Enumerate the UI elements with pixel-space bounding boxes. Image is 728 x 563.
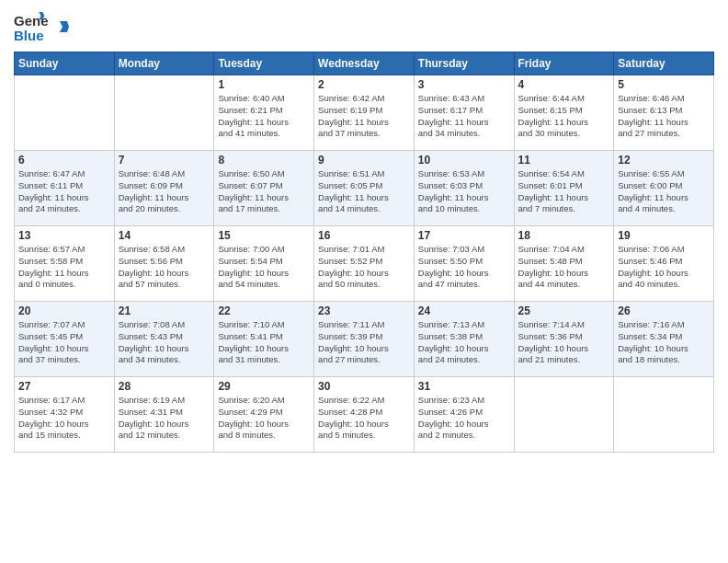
day-info: Sunrise: 6:44 AM Sunset: 6:15 PM Dayligh…	[518, 93, 610, 140]
calendar-cell: 2Sunrise: 6:42 AM Sunset: 6:19 PM Daylig…	[314, 75, 415, 151]
calendar-cell: 8Sunrise: 6:50 AM Sunset: 6:07 PM Daylig…	[214, 151, 314, 226]
day-number: 5	[618, 78, 710, 91]
calendar-header-saturday: Saturday	[614, 52, 714, 75]
calendar-cell	[15, 75, 115, 151]
day-info: Sunrise: 6:57 AM Sunset: 5:58 PM Dayligh…	[18, 244, 110, 291]
logo-icon: General Blue	[14, 9, 49, 44]
day-info: Sunrise: 7:14 AM Sunset: 5:36 PM Dayligh…	[518, 319, 610, 366]
calendar-cell: 16Sunrise: 7:01 AM Sunset: 5:52 PM Dayli…	[314, 226, 415, 302]
day-number: 28	[119, 380, 210, 393]
day-info: Sunrise: 6:43 AM Sunset: 6:17 PM Dayligh…	[418, 93, 510, 140]
day-info: Sunrise: 6:46 AM Sunset: 6:13 PM Dayligh…	[618, 93, 710, 140]
day-info: Sunrise: 7:03 AM Sunset: 5:50 PM Dayligh…	[418, 244, 510, 291]
day-info: Sunrise: 6:58 AM Sunset: 5:56 PM Dayligh…	[119, 244, 210, 291]
calendar-week-row: 27Sunrise: 6:17 AM Sunset: 4:32 PM Dayli…	[15, 377, 714, 453]
day-number: 22	[218, 304, 310, 317]
calendar-cell: 30Sunrise: 6:22 AM Sunset: 4:28 PM Dayli…	[314, 377, 415, 453]
calendar-header-friday: Friday	[514, 52, 614, 75]
calendar-header-wednesday: Wednesday	[314, 52, 415, 75]
day-number: 20	[18, 304, 110, 317]
day-number: 2	[318, 78, 410, 91]
calendar-cell: 24Sunrise: 7:13 AM Sunset: 5:38 PM Dayli…	[414, 302, 514, 377]
day-info: Sunrise: 6:54 AM Sunset: 6:01 PM Dayligh…	[518, 168, 610, 215]
calendar-cell: 3Sunrise: 6:43 AM Sunset: 6:17 PM Daylig…	[414, 75, 514, 151]
day-number: 18	[518, 229, 610, 242]
day-number: 30	[318, 380, 410, 393]
day-info: Sunrise: 7:08 AM Sunset: 5:43 PM Dayligh…	[119, 319, 210, 366]
day-info: Sunrise: 6:22 AM Sunset: 4:28 PM Dayligh…	[318, 395, 410, 442]
day-number: 23	[318, 304, 410, 317]
calendar-week-row: 20Sunrise: 7:07 AM Sunset: 5:45 PM Dayli…	[15, 302, 714, 377]
day-info: Sunrise: 6:50 AM Sunset: 6:07 PM Dayligh…	[218, 168, 310, 215]
day-number: 11	[518, 154, 610, 167]
logo: General Blue	[14, 9, 69, 44]
day-info: Sunrise: 6:40 AM Sunset: 6:21 PM Dayligh…	[218, 93, 310, 140]
day-number: 4	[518, 78, 610, 91]
page: General Blue SundayMondayT	[0, 0, 728, 563]
day-number: 10	[418, 154, 510, 167]
day-info: Sunrise: 6:51 AM Sunset: 6:05 PM Dayligh…	[318, 168, 410, 215]
day-info: Sunrise: 7:16 AM Sunset: 5:34 PM Dayligh…	[618, 319, 710, 366]
logo-arrow-icon	[54, 19, 69, 34]
calendar-cell: 11Sunrise: 6:54 AM Sunset: 6:01 PM Dayli…	[514, 151, 614, 226]
day-number: 8	[218, 154, 310, 167]
day-number: 9	[318, 154, 410, 167]
calendar-cell: 12Sunrise: 6:55 AM Sunset: 6:00 PM Dayli…	[614, 151, 714, 226]
calendar-week-row: 6Sunrise: 6:47 AM Sunset: 6:11 PM Daylig…	[15, 151, 714, 226]
day-info: Sunrise: 6:17 AM Sunset: 4:32 PM Dayligh…	[18, 395, 110, 442]
calendar-cell: 21Sunrise: 7:08 AM Sunset: 5:43 PM Dayli…	[114, 302, 214, 377]
calendar-header-sunday: Sunday	[15, 52, 115, 75]
day-number: 31	[418, 380, 510, 393]
day-info: Sunrise: 7:06 AM Sunset: 5:46 PM Dayligh…	[618, 244, 710, 291]
calendar-header-tuesday: Tuesday	[214, 52, 314, 75]
day-number: 26	[618, 304, 710, 317]
day-info: Sunrise: 7:10 AM Sunset: 5:41 PM Dayligh…	[218, 319, 310, 366]
calendar-cell: 25Sunrise: 7:14 AM Sunset: 5:36 PM Dayli…	[514, 302, 614, 377]
day-info: Sunrise: 6:47 AM Sunset: 6:11 PM Dayligh…	[18, 168, 110, 215]
calendar-week-row: 1Sunrise: 6:40 AM Sunset: 6:21 PM Daylig…	[15, 75, 714, 151]
calendar-header-monday: Monday	[114, 52, 214, 75]
calendar-cell: 7Sunrise: 6:48 AM Sunset: 6:09 PM Daylig…	[114, 151, 214, 226]
calendar-cell	[114, 75, 214, 151]
calendar-week-row: 13Sunrise: 6:57 AM Sunset: 5:58 PM Dayli…	[15, 226, 714, 302]
day-info: Sunrise: 6:23 AM Sunset: 4:26 PM Dayligh…	[418, 395, 510, 442]
day-info: Sunrise: 6:42 AM Sunset: 6:19 PM Dayligh…	[318, 93, 410, 140]
day-number: 25	[518, 304, 610, 317]
day-info: Sunrise: 7:11 AM Sunset: 5:39 PM Dayligh…	[318, 319, 410, 366]
calendar-cell: 14Sunrise: 6:58 AM Sunset: 5:56 PM Dayli…	[114, 226, 214, 302]
calendar-cell: 17Sunrise: 7:03 AM Sunset: 5:50 PM Dayli…	[414, 226, 514, 302]
day-number: 3	[418, 78, 510, 91]
svg-text:Blue: Blue	[14, 28, 44, 43]
day-info: Sunrise: 7:04 AM Sunset: 5:48 PM Dayligh…	[518, 244, 610, 291]
header: General Blue	[14, 9, 714, 44]
day-number: 29	[218, 380, 310, 393]
calendar-header-row: SundayMondayTuesdayWednesdayThursdayFrid…	[15, 52, 714, 75]
calendar-cell: 26Sunrise: 7:16 AM Sunset: 5:34 PM Dayli…	[614, 302, 714, 377]
day-number: 14	[119, 229, 210, 242]
day-number: 17	[418, 229, 510, 242]
day-info: Sunrise: 6:20 AM Sunset: 4:29 PM Dayligh…	[218, 395, 310, 442]
day-info: Sunrise: 7:13 AM Sunset: 5:38 PM Dayligh…	[418, 319, 510, 366]
calendar-table: SundayMondayTuesdayWednesdayThursdayFrid…	[14, 52, 714, 453]
calendar-cell: 19Sunrise: 7:06 AM Sunset: 5:46 PM Dayli…	[614, 226, 714, 302]
svg-marker-3	[60, 21, 69, 32]
day-number: 21	[119, 304, 210, 317]
calendar-cell	[514, 377, 614, 453]
calendar-cell: 6Sunrise: 6:47 AM Sunset: 6:11 PM Daylig…	[15, 151, 115, 226]
calendar-cell: 29Sunrise: 6:20 AM Sunset: 4:29 PM Dayli…	[214, 377, 314, 453]
day-number: 19	[618, 229, 710, 242]
day-number: 12	[618, 154, 710, 167]
calendar-cell: 15Sunrise: 7:00 AM Sunset: 5:54 PM Dayli…	[214, 226, 314, 302]
calendar-cell: 28Sunrise: 6:19 AM Sunset: 4:31 PM Dayli…	[114, 377, 214, 453]
calendar-cell: 20Sunrise: 7:07 AM Sunset: 5:45 PM Dayli…	[15, 302, 115, 377]
day-info: Sunrise: 6:19 AM Sunset: 4:31 PM Dayligh…	[119, 395, 210, 442]
day-info: Sunrise: 6:55 AM Sunset: 6:00 PM Dayligh…	[618, 168, 710, 215]
day-number: 7	[119, 154, 210, 167]
day-number: 27	[18, 380, 110, 393]
calendar-cell: 13Sunrise: 6:57 AM Sunset: 5:58 PM Dayli…	[15, 226, 115, 302]
day-number: 1	[218, 78, 310, 91]
day-info: Sunrise: 7:01 AM Sunset: 5:52 PM Dayligh…	[318, 244, 410, 291]
calendar-cell: 1Sunrise: 6:40 AM Sunset: 6:21 PM Daylig…	[214, 75, 314, 151]
calendar-cell: 27Sunrise: 6:17 AM Sunset: 4:32 PM Dayli…	[15, 377, 115, 453]
calendar-cell: 10Sunrise: 6:53 AM Sunset: 6:03 PM Dayli…	[414, 151, 514, 226]
